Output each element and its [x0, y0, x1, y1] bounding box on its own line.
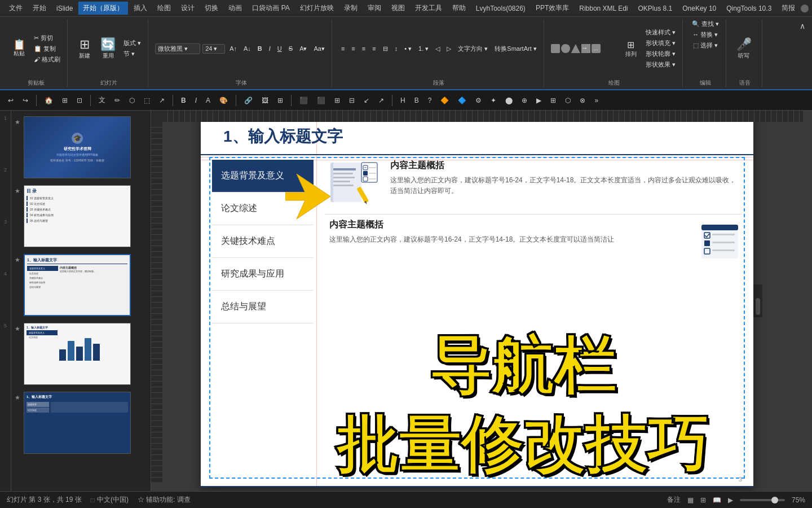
shape-outline-button[interactable]: 形状轮廓 ▾ [643, 49, 678, 59]
fmt-pencil[interactable]: ✏ [111, 95, 123, 106]
fmt-layout[interactable]: ⊞ [59, 95, 71, 106]
nav-item-3[interactable]: 关键技术难点 [212, 225, 314, 258]
menu-developer[interactable]: 开发工具 [411, 2, 447, 15]
shape-fill-button[interactable]: 形状填充 ▾ [643, 38, 678, 48]
shape-effects-button[interactable]: 形状效果 ▾ [643, 60, 678, 69]
fmt-table[interactable]: ⊞ [274, 95, 286, 106]
font-color-button[interactable]: A▾ [297, 45, 309, 53]
menu-transition[interactable]: 切换 [200, 2, 223, 15]
dictate-button[interactable]: 🎤 听写 [733, 36, 755, 61]
arrange-button[interactable]: ⊞ 排列 [621, 38, 641, 59]
slide-thumb-3[interactable]: ★ 1、输入标题文字 选题背景及意义 论文综述 关键技术难点 研究成果与应用 总… [14, 253, 148, 317]
minimize-button[interactable] [801, 5, 809, 12]
font-size-selector[interactable]: 24 ▾ [202, 44, 225, 54]
fmt-undo[interactable]: ↩ [5, 95, 17, 106]
italic-button[interactable]: I [267, 45, 273, 52]
indent-increase-button[interactable]: ▷ [444, 45, 453, 53]
slide-canvas[interactable]: 1、输入标题文字 选题背景及意义 论文综述 关键技术难点 研究成果与应用 总结与… [201, 115, 753, 487]
menu-onekey[interactable]: OneKey 10 [678, 3, 721, 14]
view-slideshow-button[interactable]: ▶ [728, 496, 733, 504]
text-highlight-button[interactable]: Aa▾ [311, 45, 326, 53]
fmt-extra8[interactable]: ⊞ [547, 95, 559, 106]
fmt-image[interactable]: 🖼 [258, 95, 272, 106]
shape-rect[interactable] [551, 44, 560, 53]
menu-review[interactable]: 审阅 [363, 2, 386, 15]
content-heading-1[interactable]: 内容主题概括 [390, 160, 742, 172]
fmt-circle-h[interactable]: H [397, 95, 409, 106]
fmt-extra4[interactable]: ✦ [487, 95, 500, 106]
fmt-circle-b[interactable]: B [411, 95, 422, 106]
menu-pptlib[interactable]: PPT效率库 [531, 2, 573, 15]
fmt-align-left[interactable]: ⬛ [296, 95, 311, 106]
copy-button[interactable]: 📋 复制 [32, 44, 63, 54]
numbering-button[interactable]: 1. ▾ [416, 45, 431, 53]
fmt-send-back[interactable]: ↙ [360, 95, 373, 106]
notes-button[interactable]: 备注 [667, 495, 681, 505]
align-justify-button[interactable]: ≡ [370, 45, 378, 52]
shape-arrow[interactable]: → [581, 44, 590, 53]
format-painter-button[interactable]: 🖌 格式刷 [32, 55, 63, 64]
slide-thumb-4[interactable]: ★ 1、输入标题文字 选题背景及意义 论文综述 [14, 322, 148, 386]
menu-design[interactable]: 设计 [176, 2, 199, 15]
fmt-text[interactable]: 文 [95, 94, 109, 106]
menu-home[interactable]: 开始 [28, 2, 51, 15]
fmt-shapes[interactable]: ⬡ [126, 95, 138, 106]
slide-thumb-2[interactable]: ★ 目 录 01 选题背景及意义 02 论文综述 03 关键技术难点 04 研究… [14, 184, 148, 248]
fmt-more[interactable]: » [591, 95, 602, 106]
zoom-slider[interactable] [740, 499, 785, 501]
view-normal-button[interactable]: ▦ [687, 496, 694, 504]
fmt-redo[interactable]: ↪ [19, 95, 32, 106]
replace-button[interactable]: ↔ 替换 ▾ [690, 30, 720, 40]
canvas-area[interactable]: 1、输入标题文字 选题背景及意义 论文综述 关键技术难点 研究成果与应用 总结与… [151, 111, 812, 491]
fmt-extra5[interactable]: ⬤ [502, 95, 516, 106]
view-sorter-button[interactable]: ⊞ [700, 496, 706, 504]
underline-button[interactable]: U [275, 45, 284, 52]
nav-item-4[interactable]: 研究成果与应用 [212, 258, 314, 291]
menu-brief[interactable]: 简报 [777, 2, 800, 15]
nav-item-5[interactable]: 总结与展望 [212, 291, 314, 323]
cut-button[interactable]: ✂ 剪切 [32, 33, 63, 43]
find-button[interactable]: 🔍 查找 ▾ [690, 19, 721, 29]
fmt-extra9[interactable]: ⬡ [562, 95, 574, 106]
paste-button[interactable]: 📋 粘贴 [9, 38, 29, 59]
shape-triangle[interactable] [571, 44, 580, 53]
bullets-button[interactable]: • ▾ [402, 45, 414, 53]
menu-slideshow[interactable]: 幻灯片放映 [295, 2, 338, 15]
menu-okplus[interactable]: OKPlus 8.1 [634, 3, 677, 14]
menu-islide[interactable]: iSlide [52, 3, 77, 14]
content-body-2[interactable]: 这里输入您的正文内容，建议标题字号16-24，正文字号14-18。正文文本长度宜… [329, 234, 688, 245]
fmt-extra6[interactable]: ⊕ [518, 95, 531, 106]
fmt-ungroup[interactable]: ⊟ [346, 95, 358, 106]
reuse-slide-button[interactable]: 🔄 重用 [97, 36, 119, 61]
fmt-extra2[interactable]: 🔷 [454, 95, 470, 106]
new-slide-button[interactable]: ⊞ 新建 [74, 36, 95, 61]
bold-button[interactable]: B [255, 45, 264, 52]
menu-draw[interactable]: 绘图 [153, 2, 175, 15]
slide-title-text[interactable]: 1、输入标题文字 [223, 126, 343, 147]
font-selector[interactable]: 微软雅黑 ▾ [155, 43, 200, 54]
fmt-extra1[interactable]: 🔶 [437, 95, 452, 106]
menu-help[interactable]: 帮助 [448, 2, 470, 15]
line-spacing-button[interactable]: ↕ [392, 45, 400, 52]
align-center-button[interactable]: ≡ [349, 45, 357, 52]
right-scrollbar[interactable] [753, 284, 762, 317]
fmt-home[interactable]: 🏠 [41, 95, 56, 106]
fmt-bold[interactable]: B [178, 95, 189, 106]
fmt-help[interactable]: ? [425, 95, 435, 106]
fmt-select-all[interactable]: ⬚ [140, 95, 153, 106]
menu-pocket-anim[interactable]: 口袋动画 PA [248, 2, 294, 15]
content-heading-2[interactable]: 内容主题概括 [329, 219, 688, 231]
slide-thumb-1[interactable]: ★ 🎓 研究性学术答辩 开题答辩与论文答辩通用PPT模板 答辩者姓名 学号：12… [14, 115, 148, 179]
menu-file[interactable]: 文件 [5, 2, 27, 15]
menu-record[interactable]: 录制 [339, 2, 362, 15]
menu-animation[interactable]: 动画 [224, 2, 246, 15]
scroll-thumb-v[interactable] [756, 298, 760, 315]
menu-view[interactable]: 视图 [387, 2, 409, 15]
fmt-arrow[interactable]: ↗ [156, 95, 168, 106]
zoom-handle[interactable] [771, 497, 778, 503]
align-right-button[interactable]: ≡ [360, 45, 368, 52]
menu-home-original[interactable]: 开始（原版） [78, 2, 128, 15]
decrease-font-button[interactable]: A↓ [241, 45, 253, 52]
shape-circle[interactable] [561, 44, 570, 53]
fmt-zoom-fit[interactable]: ⊡ [73, 95, 86, 106]
